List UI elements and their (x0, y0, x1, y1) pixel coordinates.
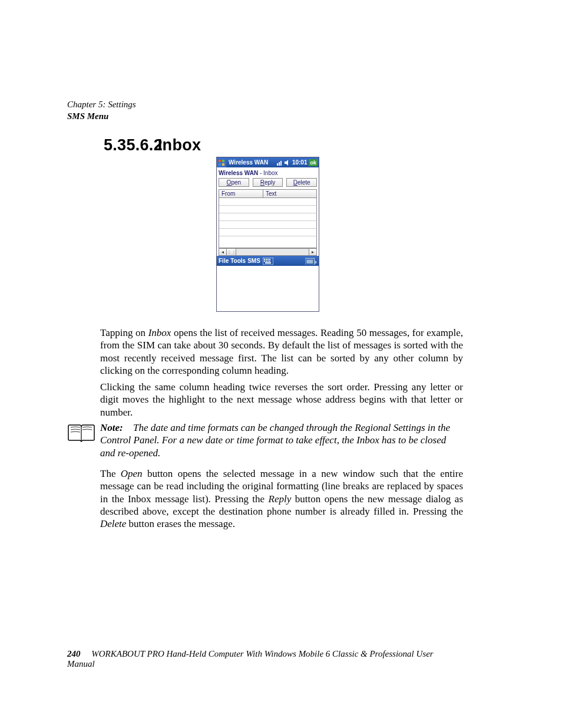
start-icon[interactable] (217, 157, 226, 167)
table-row[interactable] (219, 206, 317, 213)
section-heading: 5.35.6.2 Inbox (104, 136, 201, 154)
screenshot-wireless-wan-inbox: Wireless WAN 10:01 ok Wireless WAN - Inb… (216, 157, 319, 312)
table-row[interactable] (219, 213, 317, 221)
message-table: From Text (219, 189, 317, 248)
titlebar-title: Wireless WAN (226, 159, 277, 166)
paragraph-2: Clicking the same column heading twice r… (100, 381, 463, 419)
ok-button[interactable]: ok (309, 159, 318, 166)
note-block: Note:The date and time formats can be ch… (67, 421, 463, 459)
note-label: Note: (100, 421, 133, 434)
page-footer: 240 WORKABOUT PRO Hand-Held Computer Wit… (67, 649, 463, 669)
svg-rect-9 (264, 259, 265, 260)
speaker-icon (285, 160, 290, 166)
scroll-right-button[interactable]: ▸ (309, 249, 316, 255)
keyboard-icon[interactable] (262, 257, 274, 265)
page-header: Chapter 5: Settings SMS Menu (67, 99, 136, 122)
status-icons: 10:01 ok (277, 159, 319, 166)
table-row[interactable] (219, 221, 317, 229)
svg-rect-4 (277, 163, 278, 166)
paragraph-3: The Open button opens the selected messa… (100, 467, 463, 530)
column-header-text[interactable]: Text (263, 190, 317, 198)
delete-button[interactable]: Delete (286, 178, 317, 187)
svg-rect-19 (306, 259, 313, 263)
clock-time: 10:01 (292, 159, 308, 166)
sip-icon[interactable] (305, 257, 317, 265)
paragraph-1: Tapping on Inbox opens the list of recei… (100, 327, 463, 377)
svg-rect-14 (266, 261, 267, 262)
svg-rect-3 (222, 163, 224, 166)
column-header-from[interactable]: From (219, 190, 263, 198)
svg-rect-1 (222, 160, 224, 162)
svg-rect-13 (264, 261, 265, 262)
section-number: 5.35.6.2 (104, 136, 153, 154)
svg-rect-6 (280, 161, 282, 166)
titlebar: Wireless WAN 10:01 ok (217, 157, 319, 167)
svg-marker-20 (315, 260, 317, 264)
bottom-menu-bar: File Tools SMS (217, 256, 319, 266)
horizontal-scrollbar[interactable]: ◂ ⋮⋮ ▸ (219, 248, 317, 256)
menu-tools[interactable]: Tools (230, 258, 246, 264)
signal-icon (277, 160, 283, 166)
svg-rect-17 (265, 262, 271, 263)
button-row: Open Reply Delete (217, 178, 319, 189)
scroll-left-button[interactable]: ◂ (219, 249, 227, 255)
menu-sms[interactable]: SMS (247, 258, 260, 264)
svg-rect-10 (266, 259, 267, 260)
scroll-thumb[interactable]: ⋮⋮ (227, 249, 236, 255)
svg-rect-11 (267, 259, 269, 260)
svg-marker-7 (285, 160, 288, 166)
svg-rect-15 (267, 261, 269, 262)
svg-rect-16 (269, 261, 270, 262)
menu-file[interactable]: File (219, 258, 229, 264)
table-row[interactable] (219, 229, 317, 236)
table-header-row: From Text (219, 190, 317, 198)
svg-rect-2 (219, 163, 221, 166)
svg-rect-5 (279, 162, 280, 166)
page-number: 240 (67, 649, 81, 658)
chapter-label: Chapter 5: Settings (67, 99, 136, 111)
window-subtitle: Wireless WAN - Inbox (217, 167, 319, 178)
section-title: Inbox (158, 136, 201, 154)
section-label: SMS Menu (67, 111, 136, 123)
book-icon (67, 421, 97, 445)
svg-rect-12 (269, 259, 270, 260)
table-body-empty (219, 236, 317, 248)
note-text: Note:The date and time formats can be ch… (97, 421, 463, 459)
footer-title: WORKABOUT PRO Hand-Held Computer With Wi… (67, 649, 434, 668)
table-row[interactable] (219, 198, 317, 206)
svg-rect-0 (219, 160, 221, 162)
reply-button[interactable]: Reply (253, 178, 283, 187)
open-button[interactable]: Open (219, 178, 249, 187)
